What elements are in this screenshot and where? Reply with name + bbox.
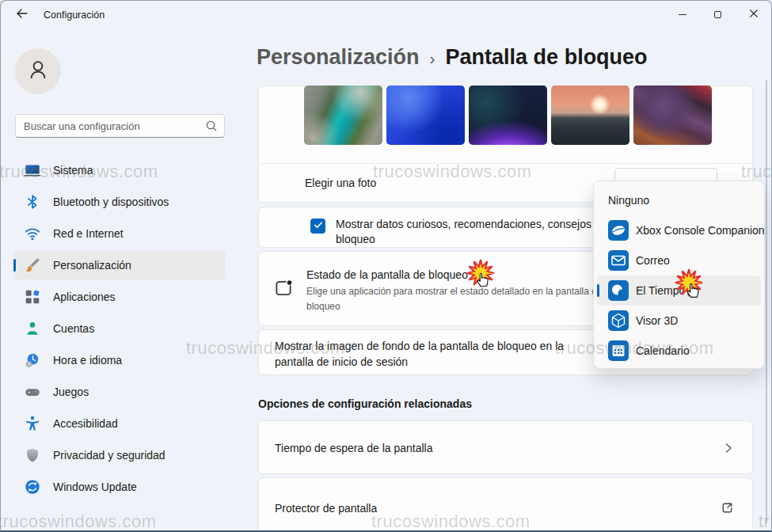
divider bbox=[259, 163, 752, 164]
minimize-icon bbox=[679, 14, 686, 15]
sidebar-item-label: Bluetooth y dispositivos bbox=[53, 196, 169, 208]
back-button[interactable] bbox=[10, 5, 34, 25]
thumbnail-sunset-lake[interactable] bbox=[551, 86, 629, 145]
sidebar-item-label: Cuentas bbox=[53, 322, 94, 335]
sidebar-item-label: Juegos bbox=[53, 386, 89, 398]
lockscreen-status-subtitle: Elige una aplicación para mostrar el est… bbox=[306, 284, 606, 314]
sidebar-item-label: Hora e idioma bbox=[53, 354, 122, 367]
gaming-icon bbox=[24, 383, 41, 401]
close-button[interactable] bbox=[736, 1, 771, 28]
accounts-icon bbox=[24, 320, 41, 337]
sidebar-item-juegos[interactable]: Juegos bbox=[13, 378, 226, 406]
screen-timeout-label: Tiempo de espera de la pantalla bbox=[275, 442, 433, 454]
lockscreen-status-title: Estado de la pantalla de bloqueo bbox=[306, 268, 468, 281]
time-language-icon bbox=[24, 352, 41, 369]
settings-window: Configuración bbox=[0, 0, 772, 532]
xbox-icon bbox=[608, 220, 629, 241]
bluetooth-icon bbox=[24, 193, 41, 211]
sidebar-item-label: Aplicaciones bbox=[53, 291, 116, 303]
sidebar-nav: Sistema Bluetooth y dispositivos Red e I… bbox=[1, 156, 238, 504]
sidebar-item-label: Personalización bbox=[53, 259, 131, 272]
dropdown-item-label: Calendario bbox=[636, 344, 690, 357]
dropdown-item-label: El Tiempo bbox=[636, 284, 685, 297]
status-app-dropdown-menu: Ninguno Xbox Console Companion Correo El… bbox=[593, 180, 765, 369]
sidebar-item-accesibilidad[interactable]: Accesibilidad bbox=[13, 409, 226, 438]
titlebar: Configuración bbox=[1, 1, 771, 29]
person-icon bbox=[24, 55, 52, 87]
back-arrow-icon bbox=[16, 7, 29, 23]
dropdown-item-label: Correo bbox=[636, 254, 670, 267]
close-icon bbox=[749, 7, 759, 21]
chevron-right-icon bbox=[722, 442, 735, 458]
screensaver-label: Protector de pantalla bbox=[275, 502, 377, 515]
windows-update-icon bbox=[24, 478, 41, 496]
page-title: Pantalla de bloqueo bbox=[446, 45, 648, 70]
sidebar-item-privacidad[interactable]: Privacidad y seguridad bbox=[13, 441, 226, 469]
avatar[interactable] bbox=[15, 48, 61, 94]
maximize-icon bbox=[714, 11, 721, 18]
lockscreen-status-icon bbox=[273, 278, 294, 302]
dropdown-item-label: Xbox Console Companion bbox=[636, 224, 765, 237]
sidebar-item-bluetooth[interactable]: Bluetooth y dispositivos bbox=[13, 188, 226, 216]
vertical-scrollbar[interactable] bbox=[766, 80, 767, 523]
maximize-button[interactable] bbox=[700, 1, 736, 28]
breadcrumb-separator-icon: › bbox=[430, 47, 435, 68]
sidebar-item-windows-update[interactable]: Windows Update bbox=[13, 473, 226, 501]
choose-photo-label: Elegir una foto bbox=[305, 177, 376, 189]
sidebar-item-aplicaciones[interactable]: Aplicaciones bbox=[13, 283, 226, 311]
external-link-icon bbox=[720, 500, 735, 519]
related-settings-header: Opciones de configuración relacionadas bbox=[258, 397, 472, 410]
sidebar-item-personalizacion[interactable]: Personalización bbox=[13, 251, 226, 279]
apps-icon bbox=[24, 288, 41, 306]
3d-viewer-icon bbox=[608, 310, 629, 331]
sidebar-item-label: Sistema bbox=[53, 164, 93, 177]
weather-icon bbox=[608, 280, 629, 301]
search-icon bbox=[205, 120, 218, 135]
sidebar-item-hora-idioma[interactable]: Hora e idioma bbox=[13, 346, 226, 374]
sidebar-item-label: Privacidad y seguridad bbox=[53, 449, 165, 462]
screen-timeout-row[interactable]: Tiempo de espera de la pantalla bbox=[258, 420, 753, 474]
sidebar-item-label: Accesibilidad bbox=[53, 417, 118, 430]
network-icon bbox=[24, 225, 41, 242]
thumbnail-color-swirl[interactable] bbox=[633, 86, 712, 145]
sidebar: Sistema Bluetooth y dispositivos Red e I… bbox=[1, 29, 238, 530]
sidebar-item-label: Red e Internet bbox=[53, 227, 124, 240]
dropdown-item-el-tiempo[interactable]: El Tiempo bbox=[597, 276, 761, 306]
personalization-icon bbox=[24, 256, 41, 274]
thumbnail-blue-bloom[interactable] bbox=[386, 86, 465, 145]
minimize-button[interactable] bbox=[664, 1, 700, 28]
privacy-shield-icon bbox=[24, 446, 41, 464]
dropdown-item-xbox[interactable]: Xbox Console Companion bbox=[597, 215, 761, 245]
breadcrumb: Personalización › Pantalla de bloqueo bbox=[257, 45, 648, 70]
dropdown-item-label: Ninguno bbox=[608, 194, 649, 207]
dropdown-item-ninguno[interactable]: Ninguno bbox=[597, 185, 761, 215]
thumbnail-canyon-photo[interactable] bbox=[304, 86, 382, 145]
sidebar-item-cuentas[interactable]: Cuentas bbox=[13, 314, 226, 343]
search-input[interactable] bbox=[15, 114, 225, 138]
sidebar-item-label: Windows Update bbox=[53, 481, 137, 493]
dropdown-item-label: Visor 3D bbox=[636, 314, 678, 327]
system-icon bbox=[24, 162, 41, 179]
mail-icon bbox=[608, 250, 629, 271]
fun-facts-checkbox[interactable] bbox=[310, 218, 325, 234]
screensaver-row[interactable]: Protector de pantalla bbox=[258, 477, 753, 532]
dropdown-item-calendario[interactable]: Calendario bbox=[597, 336, 761, 366]
dropdown-item-visor-3d[interactable]: Visor 3D bbox=[597, 306, 761, 336]
dropdown-item-correo[interactable]: Correo bbox=[597, 245, 761, 276]
signin-background-label: Mostrar la imagen de fondo de la pantall… bbox=[275, 338, 585, 370]
accessibility-icon bbox=[24, 415, 41, 432]
sidebar-item-sistema[interactable]: Sistema bbox=[13, 156, 226, 184]
breadcrumb-parent[interactable]: Personalización bbox=[257, 45, 420, 70]
calendar-icon bbox=[608, 340, 629, 361]
window-title: Configuración bbox=[44, 10, 105, 21]
wallpaper-thumbnails bbox=[304, 86, 712, 145]
thumbnail-purple-glow[interactable] bbox=[469, 86, 547, 145]
sidebar-item-red-internet[interactable]: Red e Internet bbox=[13, 219, 226, 248]
checkmark-icon bbox=[313, 219, 324, 234]
